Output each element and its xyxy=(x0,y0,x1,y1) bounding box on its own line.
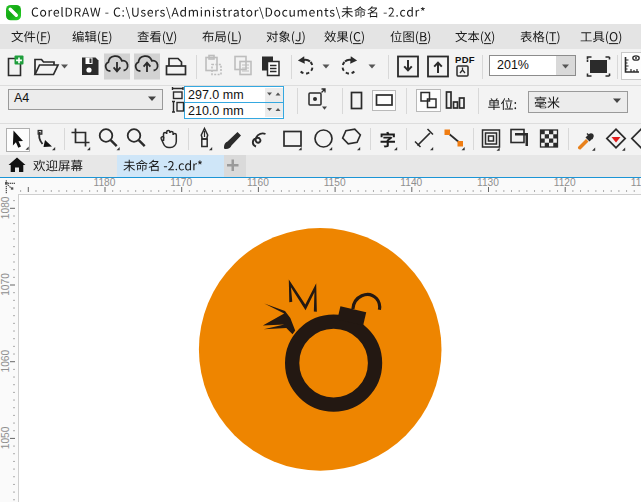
svg-text:1130: 1130 xyxy=(477,177,499,188)
svg-text:1070: 1070 xyxy=(0,273,11,296)
svg-text:1180: 1180 xyxy=(94,177,116,188)
svg-text:1050: 1050 xyxy=(0,426,11,449)
svg-text:1080: 1080 xyxy=(0,196,11,219)
svg-text:1060: 1060 xyxy=(0,350,11,373)
svg-text:1110: 1110 xyxy=(631,177,641,188)
svg-text:1120: 1120 xyxy=(554,177,576,188)
svg-text:1150: 1150 xyxy=(324,177,346,188)
svg-text:1140: 1140 xyxy=(400,177,422,188)
svg-text:1170: 1170 xyxy=(170,177,192,188)
svg-text:1160: 1160 xyxy=(247,177,269,188)
